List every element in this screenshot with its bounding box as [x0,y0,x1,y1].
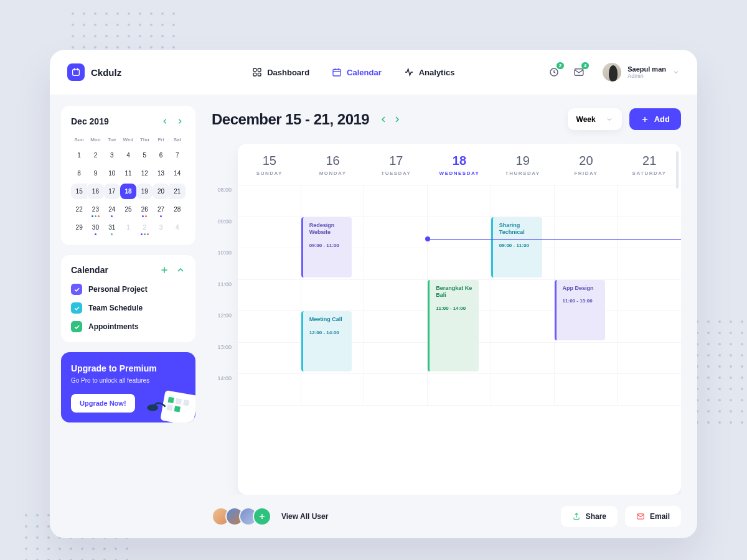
brand-logo-icon [67,63,85,81]
range-next[interactable] [392,114,403,125]
calendar-list-card: Calendar Personal ProjectTeam ScheduleAp… [61,255,195,342]
mini-cal-day[interactable]: 11 [120,166,136,181]
day-header[interactable]: 21SATURDAY [618,144,681,185]
day-header[interactable]: 19THURSDAY [491,144,555,185]
svg-rect-13 [174,406,181,412]
svg-rect-2 [258,68,261,72]
mini-cal-day[interactable]: 2 [87,147,103,163]
mini-cal-day[interactable]: 3 [104,147,120,163]
svg-rect-5 [333,69,341,76]
promo-title: Upgrade to Premium [71,363,186,373]
user-menu[interactable]: Saepul man Admin [603,63,680,82]
svg-rect-12 [166,404,172,411]
mini-cal-day[interactable]: 23 [87,202,103,217]
mini-cal-day[interactable]: 17 [104,184,120,199]
mini-cal-day[interactable]: 9 [87,166,103,181]
range-prev[interactable] [378,114,389,125]
inbox-badge: 4 [581,62,589,69]
notification-button[interactable]: 2 [548,66,560,78]
mini-calendar: Dec 2019 SunMonTueWedThuFriSat1234567891… [61,106,195,245]
checkbox-icon [71,321,82,332]
checkbox-icon [71,302,82,314]
mini-cal-day[interactable]: 24 [104,202,120,217]
main-nav: Dashboard Calendar Analytics [252,67,454,77]
calendar-event[interactable]: App Design11:00 - 13:00 [555,280,606,340]
mini-cal-day[interactable]: 6 [153,147,169,163]
mini-cal-day[interactable]: 5 [136,147,153,163]
promo-illustration-icon [146,379,195,422]
mini-cal-day[interactable]: 1 [120,220,136,235]
mini-cal-day[interactable]: 18 [120,184,136,199]
nav-analytics[interactable]: Analytics [404,67,455,77]
mini-cal-day[interactable]: 13 [153,166,169,181]
view-all-users-link[interactable]: View All User [281,512,328,521]
mini-cal-day[interactable]: 22 [71,202,87,217]
topbar: Ckdulz Dashboard Calendar Analytics 2 [50,50,697,95]
day-header[interactable]: 18WEDNESDAY [428,144,491,185]
mini-cal-prev[interactable] [159,116,171,127]
mini-cal-day[interactable]: 2 [136,220,153,235]
grid-icon [252,67,262,77]
mini-cal-day[interactable]: 27 [153,202,169,217]
add-button[interactable]: Add [629,108,681,130]
mini-cal-day[interactable]: 4 [169,220,186,235]
mini-cal-day[interactable]: 26 [136,202,153,217]
user-avatar [603,63,621,82]
mini-cal-next[interactable] [174,116,186,127]
calendar-event[interactable]: Sharing Technical09:00 - 11:00 [491,217,542,278]
mini-cal-day[interactable]: 3 [153,220,169,235]
activity-icon [404,67,414,77]
day-header[interactable]: 15SUNDAY [238,144,301,185]
nav-calendar[interactable]: Calendar [332,67,382,77]
view-select[interactable]: Week [568,108,622,130]
inbox-button[interactable]: 4 [573,66,585,78]
mini-cal-day[interactable]: 12 [136,166,153,181]
mini-cal-day[interactable]: 8 [71,166,87,181]
mini-cal-day[interactable]: 16 [87,184,103,199]
calendar-item[interactable]: Personal Project [71,284,186,295]
brand[interactable]: Ckdulz [67,63,121,81]
collapse-calendar-button[interactable] [176,265,186,275]
mini-cal-day[interactable]: 15 [71,184,87,199]
mini-cal-day[interactable]: 29 [71,220,87,235]
calendar-event[interactable]: Berangkat Ke Bali11:00 - 14:00 [428,280,479,372]
week-grid[interactable]: Redesign Website09:00 - 11:00Meeting Cal… [238,185,681,406]
calendar-item[interactable]: Team Schedule [71,302,186,314]
app-window: Ckdulz Dashboard Calendar Analytics 2 [50,50,697,538]
time-column: 08:0009:0010:0011:0012:0013:0014:00 [207,144,238,495]
mini-cal-day[interactable]: 21 [169,184,186,199]
calendar-event[interactable]: Meeting Call12:00 - 14:00 [301,311,352,371]
mini-cal-day[interactable]: 19 [136,184,153,199]
day-header[interactable]: 17TUESDAY [364,144,428,185]
add-user-button[interactable] [253,507,271,526]
mini-cal-day[interactable]: 31 [104,220,120,235]
svg-rect-3 [253,73,256,76]
svg-rect-11 [183,399,189,406]
mini-cal-title: Dec 2019 [71,116,109,126]
upgrade-promo: Upgrade to Premium Go Pro to unlock all … [61,352,195,422]
calendar-item[interactable]: Appointments [71,321,186,332]
svg-rect-4 [258,73,261,76]
mini-cal-day[interactable]: 30 [87,220,103,235]
calendar-event[interactable]: Redesign Website09:00 - 11:00 [301,217,352,278]
mini-cal-day[interactable]: 25 [120,202,136,217]
mini-cal-day[interactable]: 14 [169,166,186,181]
day-header[interactable]: 20FRIDAY [555,144,618,185]
mini-cal-day[interactable]: 10 [104,166,120,181]
upgrade-button[interactable]: Upgrade Now! [71,394,135,413]
mini-cal-day[interactable]: 4 [120,147,136,163]
nav-dashboard[interactable]: Dashboard [252,67,309,77]
mini-cal-day[interactable]: 20 [153,184,169,199]
add-calendar-button[interactable] [159,265,169,275]
day-header[interactable]: 16MONDAY [301,144,365,185]
scrollbar[interactable] [676,151,679,189]
mini-cal-day[interactable]: 1 [71,147,87,163]
plus-icon [641,115,649,124]
email-button[interactable]: Email [625,506,681,527]
share-button[interactable]: Share [561,506,618,527]
mini-cal-day[interactable]: 28 [169,202,186,217]
mini-cal-day[interactable]: 7 [169,147,186,163]
svg-rect-9 [168,397,174,403]
calendar-icon [332,67,342,77]
svg-rect-0 [73,69,80,75]
